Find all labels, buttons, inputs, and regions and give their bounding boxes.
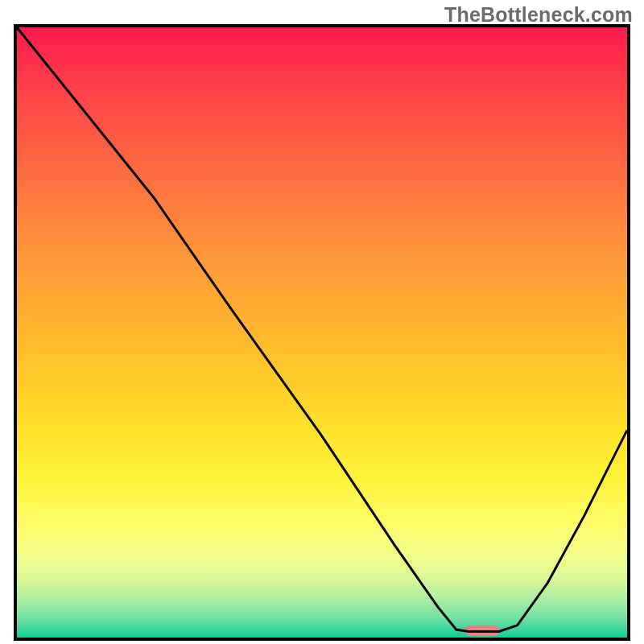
plot-frame	[14, 24, 630, 641]
curve-svg	[17, 27, 627, 638]
curve-line	[17, 27, 627, 631]
attribution-text: TheBottleneck.com	[444, 3, 633, 27]
